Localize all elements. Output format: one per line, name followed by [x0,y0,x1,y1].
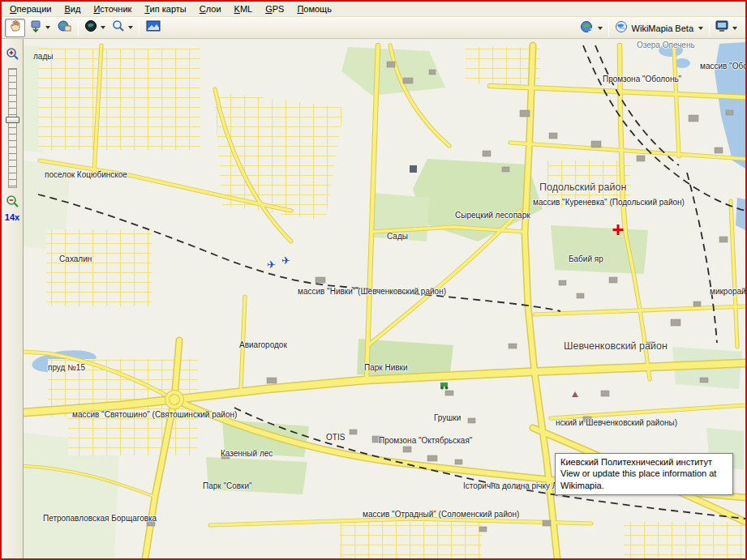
toolbar-separator [78,19,79,36]
map-source-button[interactable] [82,19,108,37]
services-globe-icon [580,20,595,36]
zoom-slider-track[interactable] [8,68,17,188]
toolbar-separator [709,20,710,36]
menu-item-7[interactable]: Помощь [290,2,338,16]
zoom-out-button[interactable] [4,195,20,211]
toolbar-right-group: WikiMapia Beta [577,18,741,38]
display-button[interactable] [713,19,740,37]
wikimapia-button[interactable]: WikiMapia Beta [612,19,706,37]
pan-tool-button[interactable] [5,19,25,37]
menu-item-1[interactable]: Вид [58,2,87,16]
wikimapia-tooltip[interactable]: Киевский Политехнический институт View o… [555,453,733,495]
toolbar: WikiMapia Beta [2,17,745,39]
zoom-panel: 14x [2,39,24,558]
map-source-globe-icon [84,19,97,36]
zoom-magnifier-icon [112,19,125,36]
menu-bar: ОперацииВидИсточникТип картыСлоиKMLGPSПо… [2,2,745,17]
airplane-icon: ✈ [281,254,290,267]
tooltip-body[interactable]: View or update this place information at… [560,468,728,491]
chevron-down-icon [598,27,603,30]
menu-item-2[interactable]: Источник [87,2,138,16]
menu-item-3[interactable]: Тип карты [138,2,192,16]
menu-item-6[interactable]: GPS [259,2,290,16]
chevron-down-icon [45,26,50,29]
zoom-mode-button[interactable] [109,19,135,37]
chevron-down-icon [698,27,703,30]
services-button[interactable] [577,19,605,37]
menu-item-5[interactable]: KML [228,2,260,16]
map-canvas[interactable]: ✈ ✈ ладыпоселок КоцюбинскоеПодольский ра… [24,39,745,558]
wikimapia-globe-icon [615,20,629,36]
globe-image-button[interactable] [54,19,75,37]
tooltip-title: Киевский Политехнический институт [560,456,728,468]
menu-item-0[interactable]: Операции [3,2,58,16]
globe-image-icon [58,19,71,36]
menu-item-4[interactable]: Слои [193,2,228,16]
zoom-out-magnifier-icon [6,195,19,212]
pan-hand-icon [9,19,22,36]
chevron-down-icon [128,26,133,29]
airplane-icon: ✈ [267,259,276,271]
download-icon [29,19,42,36]
zoom-slider[interactable] [6,68,19,188]
display-monitor-icon [715,20,729,36]
toolbar-separator [139,19,140,36]
download-button[interactable] [27,19,53,37]
zoom-in-button[interactable] [4,47,20,63]
zoom-slider-handle[interactable] [6,117,19,123]
chevron-down-icon [101,26,105,29]
snapshot-button[interactable] [143,19,163,37]
chevron-down-icon [732,27,737,30]
zoom-level-label: 14x [5,212,19,222]
zoom-in-magnifier-icon [6,47,19,64]
wikimapia-label: WikiMapia Beta [630,24,695,33]
toolbar-separator [608,20,609,36]
snapshot-icon [146,20,161,35]
app-window: ОперацииВидИсточникТип картыСлоиKMLGPSПо… [0,0,747,560]
